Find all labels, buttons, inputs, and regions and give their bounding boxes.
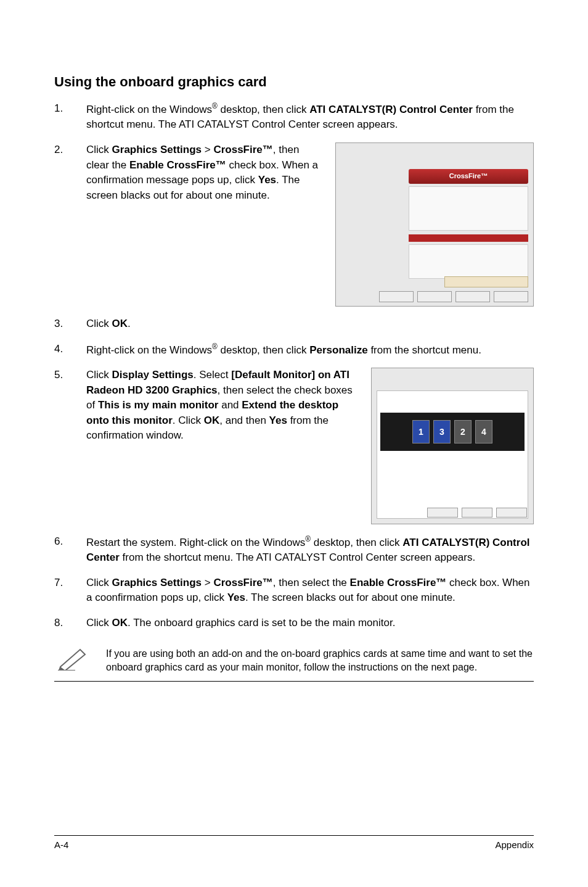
text: Right-click on the Windows xyxy=(86,344,212,355)
text: and xyxy=(218,399,242,411)
text: > xyxy=(202,577,213,588)
dialog-button xyxy=(496,508,527,518)
reg-mark: ® xyxy=(212,342,218,351)
page-footer: A-4 Appendix xyxy=(54,835,534,850)
text: Click xyxy=(86,318,112,329)
monitor-tile: 4 xyxy=(475,420,492,444)
text: Click xyxy=(86,144,112,155)
text: > xyxy=(202,144,213,155)
text: from the shortcut menu. xyxy=(368,344,481,355)
text: , then select the xyxy=(273,577,350,588)
reg-mark: ® xyxy=(305,535,311,543)
text: Click xyxy=(86,617,112,629)
screenshot-crossfire: CrossFire™ xyxy=(335,142,534,307)
text: , and then xyxy=(219,415,269,426)
dialog-button xyxy=(494,291,528,302)
text: desktop, then click xyxy=(218,104,309,115)
dialog-button xyxy=(417,291,452,302)
reg-mark: ® xyxy=(212,102,218,110)
dialog-body xyxy=(377,390,528,519)
section-name: Appendix xyxy=(495,840,534,850)
note-block: If you are using both an add-on and the … xyxy=(54,646,534,675)
bold-text: ATI CATALYST(R) Control Center xyxy=(309,104,473,115)
bold-text: OK xyxy=(112,318,128,329)
text: . The screen blacks out for about one mi… xyxy=(245,592,455,603)
bold-text: CrossFire™ xyxy=(213,577,272,588)
dialog-button xyxy=(462,508,492,518)
divider xyxy=(54,681,534,682)
text: Click xyxy=(86,577,112,588)
dialog-button xyxy=(427,508,458,518)
step-6: Restart the system. Right-click on the W… xyxy=(54,534,534,566)
step-3: Click OK. xyxy=(54,316,534,332)
dialog-button xyxy=(379,291,414,302)
bold-text: Graphics Settings xyxy=(112,577,202,588)
bold-text: Display Settings xyxy=(112,369,194,381)
dialog-button xyxy=(455,291,490,302)
step-4: Right-click on the Windows® desktop, the… xyxy=(54,342,534,358)
text: . xyxy=(128,318,131,329)
bold-text: Yes xyxy=(258,174,276,186)
screenshot-display-settings: 1 3 2 4 xyxy=(371,368,534,524)
step-7: Click Graphics Settings > CrossFire™, th… xyxy=(54,576,534,606)
text: from the shortcut menu. The ATI CATALYST… xyxy=(120,551,475,563)
step-2: Click Graphics Settings > CrossFire™, th… xyxy=(54,142,534,307)
page-number: A-4 xyxy=(54,840,68,850)
panel-header xyxy=(409,234,528,242)
bold-text: Yes xyxy=(269,415,287,426)
bold-text: Enable CrossFire™ xyxy=(350,577,447,588)
bold-text: Personalize xyxy=(309,344,368,355)
bold-text: Yes xyxy=(227,592,245,603)
monitor-tile: 2 xyxy=(454,420,472,444)
bold-text: Enable CrossFire™ xyxy=(129,159,226,171)
crossfire-title: CrossFire™ xyxy=(409,169,528,184)
text: desktop, then click xyxy=(218,344,309,355)
bold-text: This is my main monitor xyxy=(98,399,219,411)
monitor-tile: 3 xyxy=(433,420,451,444)
text: . Select xyxy=(194,369,231,381)
panel xyxy=(409,244,528,279)
step-8: Click OK. The onboard graphics card is s… xyxy=(54,616,534,631)
monitor-tile: 1 xyxy=(412,420,430,444)
pencil-icon xyxy=(57,646,91,673)
bold-text: OK xyxy=(112,617,128,629)
step-5: Click Display Settings. Select [Default … xyxy=(54,368,534,524)
step-1: Right-click on the Windows® desktop, the… xyxy=(54,101,534,133)
text: Right-click on the Windows xyxy=(86,104,212,115)
panel xyxy=(409,186,528,231)
bold-text: OK xyxy=(204,415,220,426)
bold-text: CrossFire™ xyxy=(213,144,272,155)
text: . Click xyxy=(173,415,204,426)
section-heading: Using the onboard graphics card xyxy=(54,74,534,90)
note-text: If you are using both an add-on and the … xyxy=(106,646,534,675)
text: desktop, then click xyxy=(311,537,402,548)
text: Click xyxy=(86,369,112,381)
bold-text: Graphics Settings xyxy=(112,144,202,155)
text: Restart the system. Right-click on the W… xyxy=(86,537,305,548)
monitor-arrangement: 1 3 2 4 xyxy=(380,413,525,451)
text: . The onboard graphics card is set to be… xyxy=(128,617,395,629)
info-bar xyxy=(444,276,528,287)
